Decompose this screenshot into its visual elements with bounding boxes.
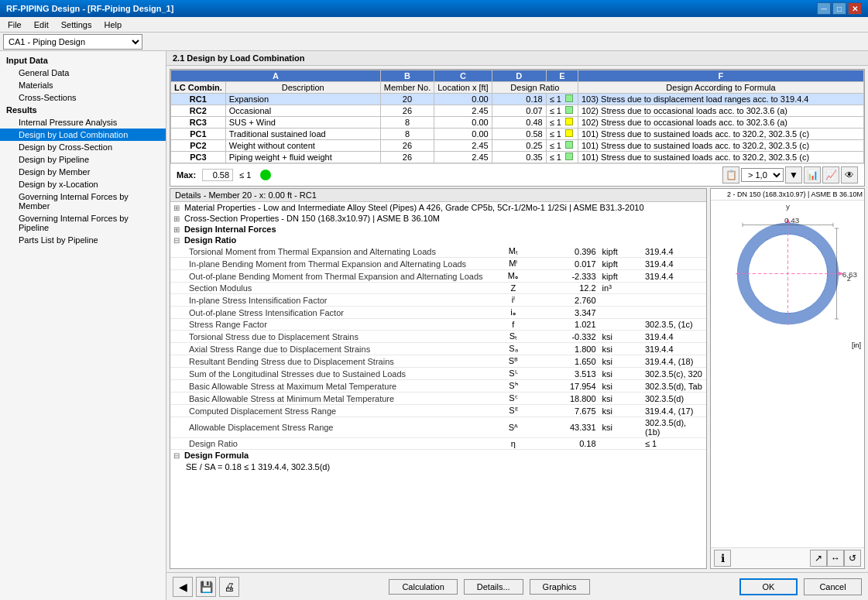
sidebar-item-general-data[interactable]: General Data <box>0 67 166 79</box>
prop-name: Axial Stress Range due to Displacement S… <box>170 343 492 355</box>
row-member-pc3: 26 <box>380 152 434 163</box>
row-ratio-pc1: 0.58 <box>492 129 546 140</box>
row-formula-rc1: 103) Stress due to displacement load ran… <box>578 94 863 105</box>
row-ratio-rc2: 0.07 <box>492 105 546 117</box>
sidebar-item-design-cross-section[interactable]: Design by Cross-Section <box>0 141 166 153</box>
subheader-ratio: Design Ratio <box>492 82 578 94</box>
sidebar-item-design-x-location[interactable]: Design by x-Location <box>0 178 166 190</box>
prop-value: 3.513 <box>535 368 599 380</box>
material-label: Material Properties - Low and Intermedia… <box>184 203 644 212</box>
diagram-info-button[interactable]: ℹ <box>714 550 731 567</box>
diagram-expand-button[interactable]: ↗ <box>810 550 827 567</box>
prop-value: 0.396 <box>535 245 599 258</box>
filter-button[interactable]: ▼ <box>785 166 802 183</box>
tree-design-ratio[interactable]: ⊟ Design Ratio <box>170 235 706 245</box>
details-button[interactable]: Details... <box>464 579 523 595</box>
subheader-desc: Description <box>225 82 380 94</box>
subheader-member: Member No. <box>380 82 434 94</box>
prop-unit: ksi <box>599 368 642 380</box>
sidebar-item-parts-list[interactable]: Parts List by Pipeline <box>0 234 166 246</box>
minimize-button[interactable]: ─ <box>817 2 831 15</box>
view-button[interactable]: 👁 <box>841 166 858 183</box>
prop-symbol: Sᶜ <box>492 393 534 405</box>
maximize-button[interactable]: □ <box>832 2 846 15</box>
expand-icon-ratio: ⊟ <box>173 236 183 245</box>
menu-settings[interactable]: Settings <box>57 19 97 30</box>
prop-ref: 302.3.5(d), Tab <box>642 380 706 393</box>
prop-ref: 319.4.4 <box>642 258 706 270</box>
menu-edit[interactable]: Edit <box>29 19 53 30</box>
print-button[interactable]: 🖨 <box>219 577 239 597</box>
prop-symbol: Sᴮ <box>492 355 534 368</box>
prop-value: 0.18 <box>535 438 599 450</box>
tree-internal-forces[interactable]: ⊞ Design Internal Forces <box>170 224 706 235</box>
table-row[interactable]: PC3 Piping weight + fluid weight 26 2.45… <box>171 152 864 163</box>
design-ratio-row: Axial Stress Range due to Displacement S… <box>170 343 706 355</box>
diagram-flip-button[interactable]: ↔ <box>827 550 844 567</box>
save-button[interactable]: 💾 <box>196 577 216 597</box>
close-button[interactable]: ✕ <box>848 2 862 15</box>
table-row[interactable]: PC1 Traditional sustained load 8 0.00 0.… <box>171 129 864 140</box>
table-row[interactable]: RC2 Occasional 26 2.45 0.07 ≤ 1 102) Str… <box>171 105 864 117</box>
diagram-reset-button[interactable]: ↺ <box>844 550 861 567</box>
row-ratio-pc2: 0.25 <box>492 140 546 152</box>
prop-ref <box>642 307 706 319</box>
header-f: F <box>578 70 863 82</box>
prop-symbol: Mₒ <box>492 270 534 283</box>
bottom-left-buttons: ◀ 💾 🖨 <box>173 577 239 597</box>
menu-help[interactable]: Help <box>99 19 126 30</box>
row-member-pc2: 26 <box>380 140 434 152</box>
graphics-button[interactable]: Graphics <box>530 579 590 595</box>
title-bar: RF-PIPING Design - [RF-Piping Design_1] … <box>0 0 868 17</box>
chart-button-2[interactable]: 📈 <box>822 166 839 183</box>
dropdown-header: CA1 - Piping Design <box>0 33 868 51</box>
sidebar-item-design-pipeline[interactable]: Design by Pipeline <box>0 153 166 166</box>
upper-table-area: A B C D E F LC Combin. Description Membe… <box>170 69 865 187</box>
row-formula-rc3: 102) Stress due to occasional loads acc.… <box>578 117 863 129</box>
design-ratio-row: Sum of the Longitudinal Stresses due to … <box>170 368 706 380</box>
sidebar-item-internal-pressure[interactable]: Internal Pressure Analysis <box>0 116 166 129</box>
header-b: B <box>380 70 434 82</box>
prop-unit: ksi <box>599 405 642 417</box>
row-lc-rc3: RC3 <box>171 117 226 129</box>
sidebar-item-design-member[interactable]: Design by Member <box>0 166 166 178</box>
prop-value: 2.760 <box>535 294 599 307</box>
table-toolbar: 📋 > 1,0 ▼ 📊 📈 👁 <box>722 166 858 183</box>
ok-button[interactable]: OK <box>739 578 798 595</box>
export-button[interactable]: 📋 <box>722 166 739 183</box>
prop-value: 12.2 <box>535 283 599 294</box>
prop-value: 43.331 <box>535 417 599 438</box>
prop-name: Design Ratio <box>170 438 492 450</box>
prop-name: Basic Allowable Stress at Minimum Metal … <box>170 393 492 405</box>
table-row[interactable]: RC1 Expansion 20 0.00 0.18 ≤ 1 103) Stre… <box>171 94 864 105</box>
sidebar-item-cross-sections[interactable]: Cross-Sections <box>0 91 166 104</box>
prop-value: 7.675 <box>535 405 599 417</box>
sidebar-item-governing-pipeline[interactable]: Governing Internal Forces by Pipeline <box>0 212 166 234</box>
pipe-svg: y z <box>711 201 858 340</box>
expand-icon-material: ⊞ <box>173 204 183 212</box>
case-dropdown[interactable]: CA1 - Piping Design <box>3 34 142 50</box>
tree-material[interactable]: ⊞ Material Properties - Low and Intermed… <box>170 202 706 213</box>
row-loc-pc2: 2.45 <box>434 140 492 152</box>
status-indicator-pc1 <box>565 129 573 137</box>
prop-symbol: Sₐ <box>492 343 534 355</box>
sidebar-item-governing-member[interactable]: Governing Internal Forces by Member <box>0 190 166 212</box>
tree-design-formula[interactable]: ⊟ Design Formula <box>170 450 706 461</box>
diagram-title: 2 - DN 150 (168.3x10.97) | ASME B 36.10M <box>711 189 864 201</box>
menu-file[interactable]: File <box>3 19 26 30</box>
cancel-button[interactable]: Cancel <box>804 578 862 595</box>
chart-button-1[interactable]: 📊 <box>804 166 821 183</box>
design-ratio-row: Resultant Bending Stress due to Displace… <box>170 355 706 368</box>
prop-unit: ksi <box>599 355 642 368</box>
filter-dropdown[interactable]: > 1,0 <box>741 168 784 182</box>
row-ratio-pc3: 0.35 <box>492 152 546 163</box>
prop-value: 1.800 <box>535 343 599 355</box>
sidebar-item-materials[interactable]: Materials <box>0 79 166 91</box>
back-button[interactable]: ◀ <box>173 577 193 597</box>
table-row[interactable]: RC3 SUS + Wind 8 0.00 0.48 ≤ 1 102) Stre… <box>171 117 864 129</box>
calculation-button[interactable]: Calculation <box>389 579 457 595</box>
sidebar-item-design-load-combination[interactable]: Design by Load Combination <box>0 129 166 141</box>
row-formula-pc3: 101) Stress due to sustained loads acc. … <box>578 152 863 163</box>
tree-cross-section[interactable]: ⊞ Cross-Section Properties - DN 150 (168… <box>170 213 706 224</box>
table-row[interactable]: PC2 Weight without content 26 2.45 0.25 … <box>171 140 864 152</box>
